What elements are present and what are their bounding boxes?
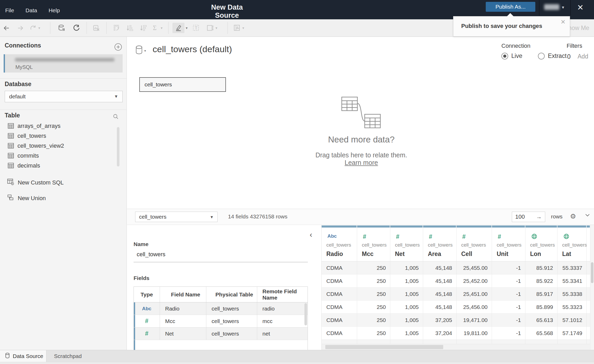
publish-as-button[interactable]: Publish As... — [486, 2, 535, 12]
window-title: New Data Source — [198, 3, 256, 20]
table-icon — [8, 153, 14, 159]
grid-cell: 37,205 — [423, 314, 457, 326]
account-name-redacted[interactable] — [544, 4, 559, 10]
fields-table-row[interactable]: #Mcccell_towersmcc — [134, 315, 308, 327]
grid-cell: 25,452.00 — [457, 275, 492, 287]
field-physical-table-cell: cell_towers — [206, 327, 257, 340]
grid-column-header-lat[interactable]: cell_towersLat — [557, 225, 587, 261]
grid-column-header-radio[interactable]: Abccell_towersRadio — [322, 225, 357, 261]
redo-icon[interactable]: ▾ — [29, 24, 40, 32]
panel-collapse-icon[interactable]: ‹ — [310, 231, 312, 238]
filters-count: 0 — [567, 53, 571, 60]
menu-bar: FileDataHelp — [5, 7, 60, 14]
grid-column-header-lon[interactable]: cell_towersLon — [525, 225, 557, 261]
toolbar-divider — [168, 22, 169, 34]
grid-table-select[interactable]: cell_towers ▼ — [135, 212, 218, 222]
add-connection-icon[interactable] — [114, 43, 122, 52]
grid-collapse-chevron-icon[interactable] — [584, 212, 591, 219]
sidebar-table-item-cell_towers[interactable]: cell_towers — [0, 131, 127, 141]
grid-column-header-net[interactable]: #cell_towersNet — [390, 225, 423, 261]
fields-table-scrollbar[interactable] — [304, 303, 307, 325]
live-radio[interactable] — [501, 53, 508, 59]
toolbar-divider — [227, 22, 228, 34]
relate-tables-illustration — [331, 125, 391, 130]
grid-column-header-mcc[interactable]: #cell_towersMcc — [357, 225, 390, 261]
new-union-item[interactable]: New Union — [0, 193, 127, 204]
grid-data-row: CDMA2501,00545,14825,451.00-185.91755.33… — [322, 288, 590, 301]
datasource-cylinder-icon — [5, 353, 10, 360]
sort-ascending-icon[interactable] — [126, 24, 134, 32]
highlight-pen-icon[interactable]: ▾ — [172, 23, 188, 33]
fields-header-type: Type — [134, 287, 160, 302]
connection-section-label: Connection — [501, 43, 530, 49]
filters-add-link[interactable]: Add — [578, 53, 588, 60]
chevron-down-icon: ▼ — [114, 94, 118, 99]
tooltip-close-icon[interactable]: ✕ — [561, 19, 566, 26]
menu-file[interactable]: File — [5, 7, 14, 14]
logical-table-card[interactable]: cell_towers — [139, 77, 226, 92]
dropdown-caret-icon[interactable]: ▾ — [186, 26, 188, 30]
grid-cell: 250 — [357, 301, 390, 313]
menu-help[interactable]: Help — [49, 7, 60, 14]
dropdown-caret-icon[interactable]: ▾ — [161, 26, 163, 30]
grid-column-header-area[interactable]: #cell_towersArea — [423, 225, 457, 261]
database-select[interactable]: default ▼ — [5, 91, 123, 102]
tab-scratchpad[interactable]: Scratchpad — [47, 350, 146, 362]
text-annotation-icon[interactable]: T — [192, 24, 200, 32]
fields-table-row[interactable]: #Netcell_towersnet — [134, 327, 308, 340]
grid-cell: CDMA — [322, 261, 357, 274]
grid-settings-gear-icon[interactable]: ⚙ — [570, 212, 576, 220]
sidebar-table-item-arrays_of_arrays[interactable]: arrays_of_arrays — [0, 121, 127, 131]
dropdown-caret-icon[interactable]: ▾ — [215, 26, 217, 30]
number-type-icon: # — [498, 233, 501, 240]
show-hide-cards-icon[interactable]: ▾ — [233, 24, 244, 32]
clear-sheet-icon[interactable] — [93, 24, 100, 32]
dropdown-caret-icon[interactable]: ▾ — [38, 26, 40, 30]
dropdown-caret-icon[interactable]: ▾ — [242, 26, 244, 30]
refresh-icon[interactable] — [73, 24, 80, 32]
extract-radio[interactable] — [538, 53, 545, 59]
toolbar-divider — [106, 22, 107, 34]
sidebar-table-item-commits[interactable]: commits — [0, 151, 127, 161]
tab-data-source[interactable]: Data Source — [0, 350, 46, 362]
fields-table-row[interactable]: AbcRadiocell_towersradio — [134, 302, 308, 315]
column-accent-strip — [390, 225, 423, 228]
apply-row-count-icon[interactable]: → — [536, 213, 542, 220]
menu-data[interactable]: Data — [26, 7, 37, 14]
grid-cell: -1 — [492, 301, 525, 313]
table-list-scrollbar[interactable] — [117, 127, 119, 166]
union-icon — [7, 194, 14, 202]
new-custom-sql-item[interactable]: New Custom SQL — [0, 177, 127, 188]
learn-more-link[interactable]: Learn more — [345, 159, 378, 166]
grid-column-header-unit[interactable]: #cell_towersUnit — [492, 225, 525, 261]
number-type-icon: # — [462, 233, 466, 240]
table-name-input[interactable]: cell_towers — [137, 251, 165, 258]
grid-horizontal-scrollbar[interactable] — [322, 344, 590, 350]
connection-item[interactable]: MySQL — [4, 54, 123, 73]
sort-descending-icon[interactable] — [139, 24, 147, 32]
grid-vertical-scrollbar[interactable] — [590, 225, 594, 350]
search-icon[interactable] — [113, 114, 119, 121]
sidebar-table-item-decimals[interactable]: decimals — [0, 161, 127, 171]
grid-cell: 1,005 — [390, 327, 423, 339]
grid-column-header-partial — [587, 225, 590, 261]
grid-column-header-cell[interactable]: #cell_towersCell — [457, 225, 492, 261]
column-field-name: Net — [395, 250, 405, 258]
grid-cell-partial — [587, 275, 590, 287]
pause-datasource-icon[interactable] — [58, 24, 66, 32]
datasource-cylinder-icon[interactable] — [135, 45, 143, 56]
svg-text:T: T — [195, 26, 197, 31]
swap-rows-columns-icon[interactable] — [113, 24, 121, 32]
row-count-input[interactable]: 100 → — [512, 212, 545, 222]
totals-sigma-icon[interactable]: Σ▾ — [152, 24, 163, 32]
back-icon[interactable] — [3, 24, 10, 32]
sidebar-table-item-cell_towers_view2[interactable]: cell_towers_view2 — [0, 141, 127, 151]
window-close-icon[interactable]: ✕ — [577, 4, 584, 11]
connections-heading: Connections — [5, 42, 41, 49]
empty-state-title: Need more data? — [309, 135, 413, 145]
forward-icon[interactable] — [16, 24, 24, 32]
account-caret-icon[interactable]: ▾ — [562, 5, 564, 10]
fit-selector-icon[interactable]: ▾ — [206, 24, 217, 32]
datasource-caret-icon[interactable]: ▾ — [144, 49, 146, 53]
field-name-cell: Radio — [160, 302, 206, 315]
